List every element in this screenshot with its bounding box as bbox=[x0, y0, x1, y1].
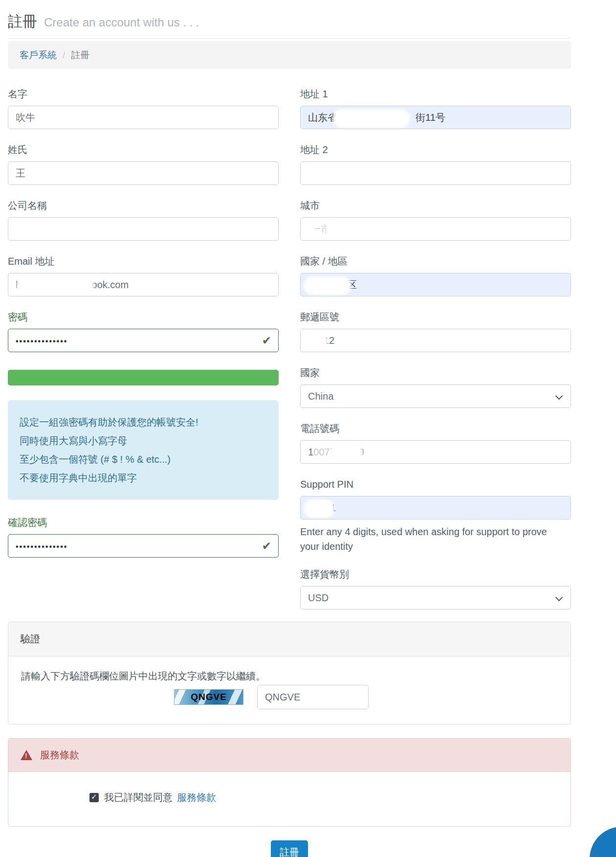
valid-check-icon bbox=[262, 535, 271, 557]
registration-form: 名字 吹牛 姓氏 王 公司名稱 Email 地址 hlook.com 密碼 ••… bbox=[8, 88, 571, 609]
currency-label: 選擇貨幣別 bbox=[300, 568, 571, 581]
confirm-password-label: 確認密碼 bbox=[8, 517, 279, 529]
captcha-input[interactable]: QNGVE bbox=[257, 685, 369, 709]
currency-selected-value: USD bbox=[308, 592, 329, 603]
redaction-smudge bbox=[333, 446, 361, 460]
verification-panel-header: 驗證 bbox=[8, 622, 571, 656]
currency-select[interactable]: USD bbox=[300, 586, 571, 609]
page-header: 註冊Create an account with us . . . bbox=[8, 0, 571, 39]
chevron-down-icon bbox=[555, 594, 563, 602]
verification-panel: 驗證 請輸入下方驗證碼欄位圖片中出現的文字或數字以繼續。 QNGVE QNGVE bbox=[8, 622, 571, 724]
valid-check-icon bbox=[262, 329, 271, 352]
redaction-smudge bbox=[306, 278, 350, 293]
city-input[interactable]: 一市 bbox=[300, 217, 571, 241]
last-name-input[interactable]: 王 bbox=[8, 161, 279, 185]
city-group: 城市 一市 bbox=[300, 200, 571, 241]
support-pin-input[interactable]: 1 bbox=[300, 496, 571, 519]
breadcrumb-current: 註冊 bbox=[71, 49, 89, 62]
field-value-segment: 1 bbox=[308, 447, 313, 457]
redaction-smudge bbox=[306, 223, 313, 237]
address1-group: 地址 1 山东省、街11号 bbox=[300, 88, 571, 129]
confirm-password-input[interactable]: •••••••••••••• bbox=[8, 534, 279, 558]
confirm-password-masked-value: •••••••••••••• bbox=[16, 542, 67, 551]
first-name-group: 名字 吹牛 bbox=[8, 88, 279, 129]
terms-agree-row: 我已詳閱並同意 服務條款 bbox=[89, 791, 571, 804]
breadcrumb-separator: / bbox=[63, 50, 65, 61]
form-left-column: 名字 吹牛 姓氏 王 公司名稱 Email 地址 hlook.com 密碼 ••… bbox=[8, 88, 279, 609]
captcha-row: QNGVE QNGVE bbox=[21, 685, 558, 709]
address2-label: 地址 2 bbox=[300, 144, 571, 156]
first-name-input[interactable]: 吹牛 bbox=[8, 106, 279, 129]
city-label: 城市 bbox=[300, 200, 571, 212]
confirm-password-group: 確認密碼 •••••••••••••• bbox=[8, 517, 279, 558]
phone-group: 電話號碼 100779 bbox=[300, 423, 571, 464]
field-value-segment: 0077 bbox=[313, 447, 335, 457]
chevron-down-icon bbox=[555, 392, 563, 400]
password-tip: 同時使用大寫與小寫字母 bbox=[20, 431, 267, 450]
page-title: 註冊 bbox=[8, 13, 37, 29]
currency-group: 選擇貨幣別 USD bbox=[300, 568, 571, 609]
password-tips-box: 設定一組強密碼有助於保護您的帳號安全! 同時使用大寫與小寫字母 至少包含一個符號… bbox=[8, 400, 279, 500]
password-strength-bar bbox=[8, 370, 279, 385]
postcode-group: 郵遞區號 12 bbox=[300, 311, 571, 352]
support-pin-label: Support PIN bbox=[300, 478, 571, 491]
field-value-segment: look.com bbox=[89, 279, 129, 290]
verification-panel-body: 請輸入下方驗證碼欄位圖片中出現的文字或數字以繼續。 QNGVE QNGVE bbox=[8, 656, 571, 724]
region-input[interactable]: 区 bbox=[300, 273, 571, 296]
password-tip: 至少包含一個符號 (# $ ! % & etc...) bbox=[20, 450, 267, 469]
breadcrumb: 客戶系統 / 註冊 bbox=[8, 41, 571, 69]
verification-title: 驗證 bbox=[21, 633, 40, 644]
last-name-label: 姓氏 bbox=[8, 144, 279, 156]
warning-triangle-icon bbox=[21, 750, 32, 760]
address1-input[interactable]: 山东省、街11号 bbox=[300, 106, 571, 129]
address1-label: 地址 1 bbox=[300, 88, 571, 100]
terms-link[interactable]: 服務條款 bbox=[177, 791, 216, 804]
form-right-column: 地址 1 山东省、街11号 地址 2 城市 一市 國家 / 地區 区 郵遞區號 … bbox=[300, 88, 571, 609]
email-label: Email 地址 bbox=[8, 255, 279, 268]
redaction-smudge bbox=[335, 111, 408, 126]
phone-input[interactable]: 100779 bbox=[300, 440, 571, 464]
captcha-instruction: 請輸入下方驗證碼欄位圖片中出現的文字或數字以繼續。 bbox=[21, 669, 558, 683]
redaction-smudge bbox=[306, 334, 326, 349]
field-value-segment: 一市 bbox=[311, 224, 330, 234]
postcode-label: 郵遞區號 bbox=[300, 311, 571, 323]
company-input[interactable] bbox=[8, 217, 279, 241]
breadcrumb-home-link[interactable]: 客戶系統 bbox=[20, 49, 57, 62]
region-group: 國家 / 地區 区 bbox=[300, 255, 571, 296]
form-actions: 註冊 bbox=[8, 840, 571, 857]
redaction-smudge bbox=[19, 278, 92, 293]
password-group: 密碼 •••••••••••••• bbox=[8, 311, 279, 352]
support-pin-group: Support PIN 1 Enter any 4 digits, used w… bbox=[300, 478, 571, 554]
first-name-label: 名字 bbox=[8, 88, 279, 100]
country-selected-value: China bbox=[308, 391, 333, 402]
company-label: 公司名稱 bbox=[8, 200, 279, 212]
email-input[interactable]: hlook.com bbox=[8, 273, 279, 296]
terms-agree-text: 我已詳閱並同意 bbox=[104, 791, 173, 804]
register-button[interactable]: 註冊 bbox=[271, 840, 308, 857]
email-group: Email 地址 hlook.com bbox=[8, 255, 279, 296]
address2-input[interactable] bbox=[300, 161, 571, 185]
password-tip: 設定一組強密碼有助於保護您的帳號安全! bbox=[20, 413, 267, 431]
support-pin-help: Enter any 4 digits, used when asking for… bbox=[300, 524, 554, 554]
password-input[interactable]: •••••••••••••• bbox=[8, 329, 279, 352]
company-group: 公司名稱 bbox=[8, 200, 279, 241]
terms-title: 服務條款 bbox=[40, 748, 79, 762]
terms-panel: 服務條款 我已詳閱並同意 服務條款 bbox=[8, 738, 571, 827]
terms-panel-header: 服務條款 bbox=[8, 739, 571, 772]
terms-checkbox[interactable] bbox=[89, 793, 99, 802]
terms-panel-body: 我已詳閱並同意 服務條款 bbox=[8, 772, 571, 826]
country-group: 國家 China bbox=[300, 367, 571, 408]
captcha-image: QNGVE bbox=[174, 689, 243, 705]
live-chat-bubble[interactable] bbox=[590, 827, 616, 857]
region-label: 國家 / 地區 bbox=[300, 255, 571, 268]
postcode-input[interactable]: 12 bbox=[300, 329, 571, 352]
last-name-group: 姓氏 王 bbox=[8, 144, 279, 185]
password-label: 密碼 bbox=[8, 311, 279, 323]
phone-label: 電話號碼 bbox=[300, 423, 571, 435]
page-subtitle: Create an account with us . . . bbox=[44, 16, 199, 29]
country-label: 國家 bbox=[300, 367, 571, 379]
redaction-smudge bbox=[328, 223, 334, 237]
redaction-smudge bbox=[306, 501, 333, 516]
password-tip: 不要使用字典中出現的單字 bbox=[20, 469, 267, 487]
country-select[interactable]: China bbox=[300, 384, 571, 408]
